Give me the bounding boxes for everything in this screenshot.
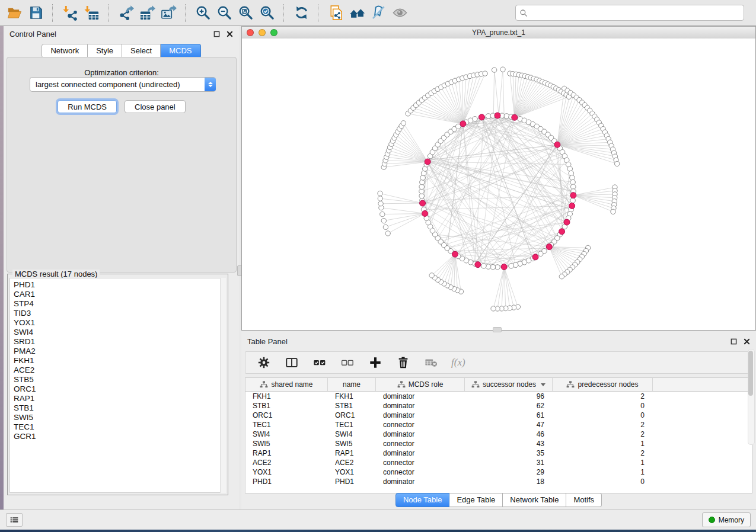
show-columns-button[interactable] [284,355,299,370]
table-row[interactable]: PHD1PHD1dominator180 [245,477,752,486]
table-row[interactable]: ACE2ACE2connector311 [245,458,752,467]
mcds-result-item[interactable]: STB1 [14,403,225,413]
mcds-result-item[interactable]: SWI5 [14,413,225,422]
tab-edge-table[interactable]: Edge Table [449,493,503,507]
search-input[interactable] [530,8,740,18]
mcds-result-item[interactable]: CAR1 [14,290,225,299]
mcds-result-item[interactable]: ORC1 [14,384,225,394]
column-header-MCDS-role[interactable]: MCDS role [376,378,465,391]
save-session-button[interactable] [25,2,46,24]
eye-button[interactable] [389,2,410,24]
create-column-button[interactable] [368,355,383,370]
import-table-button[interactable] [81,2,102,24]
tab-node-table[interactable]: Node Table [395,493,450,507]
delete-column-button[interactable] [395,355,411,370]
horizontal-splitter-handle[interactable] [493,327,502,332]
tab-network[interactable]: Network [42,44,88,58]
table-cell: YOX1 [245,467,328,477]
mcds-result-list[interactable]: PHD1CAR1STP4TID3YOX1SWI4SRD1PMA2FKH1ACE2… [9,278,226,493]
mcds-result-item[interactable]: YOX1 [14,318,225,328]
optimization-criterion-select[interactable]: largest connected component (undirected) [30,77,216,92]
import-network-button[interactable] [59,2,81,24]
run-mcds-button[interactable]: Run MCDS [58,100,117,113]
export-image-button[interactable] [158,2,179,24]
network-graph-canvas[interactable] [242,39,755,330]
table-cell: dominator [376,448,465,458]
table-row[interactable]: SWI5SWI5connector431 [245,439,752,448]
table-row[interactable]: YOX1YOX1connector291 [245,467,752,477]
mcds-result-item[interactable]: TID3 [14,309,225,318]
network-window-titlebar[interactable]: YPA_prune.txt_1 [242,27,755,39]
function-builder-button[interactable]: f(x) [451,355,465,370]
table-cell: dominator [376,392,465,401]
float-table-panel-button[interactable] [730,338,737,345]
memory-button[interactable]: Memory [702,512,751,527]
unselect-all-columns-button[interactable] [340,355,355,370]
table-row[interactable]: TEC1TEC1connector472 [245,420,752,430]
mcds-result-item[interactable]: FKH1 [14,356,225,366]
mcds-list-scrollbar[interactable] [220,278,226,493]
mcds-result-item[interactable]: GCR1 [14,432,225,441]
mcds-result-item[interactable]: ACE2 [14,366,225,375]
mcds-result-item[interactable]: SRD1 [14,337,225,347]
tab-motifs[interactable]: Motifs [566,493,602,507]
table-row[interactable]: FKH1FKH1dominator962 [245,392,752,401]
close-table-panel-button[interactable] [743,338,750,345]
column-header-predecessor-nodes[interactable]: predecessor nodes [553,378,653,391]
column-header-empty [653,378,752,391]
import-network-icon [62,5,78,21]
tab-style[interactable]: Style [88,44,122,58]
homes-button[interactable] [346,2,368,24]
search-box[interactable] [515,5,744,21]
mcds-result-item[interactable]: TEC1 [14,422,225,432]
table-row[interactable]: STB1STB1dominator620 [245,401,752,411]
zoom-in-button[interactable] [192,2,213,24]
network-document-button[interactable] [325,2,346,24]
tab-network-table[interactable]: Network Table [503,493,566,507]
table-row[interactable]: SWI4SWI4dominator462 [245,430,752,439]
mcds-result-item[interactable]: STB5 [14,375,225,384]
table-scrollbar-thumb[interactable] [748,351,753,396]
table-settings-button[interactable] [256,355,272,370]
column-header-shared-name[interactable]: shared name [245,378,328,391]
mcds-result-item[interactable]: STP4 [14,299,225,309]
close-panel-action-button[interactable]: Close panel [125,100,186,113]
task-history-button[interactable] [6,513,23,527]
network-view-window: YPA_prune.txt_1 [241,26,756,331]
select-all-columns-button[interactable] [312,355,327,370]
crossed-flag-button[interactable] [368,2,389,24]
table-row[interactable]: ORC1ORC1dominator610 [245,411,752,420]
zoom-fit-button[interactable] [235,2,256,24]
toolbar-separator [108,4,109,22]
table-cell: RAP1 [328,448,376,458]
open-file-button[interactable] [4,2,25,24]
tab-mcds[interactable]: MCDS [161,44,200,58]
mcds-result-item[interactable]: RAP1 [14,394,225,403]
memory-status-icon [709,517,715,523]
delete-table-button[interactable] [423,355,439,370]
table-cell: 18 [465,477,553,486]
close-panel-button[interactable] [226,30,233,37]
zoom-selected-button[interactable] [256,2,277,24]
table-cell: dominator [376,401,465,411]
mcds-result-item[interactable]: PHD1 [14,280,225,290]
toolbar-group [111,0,183,25]
table-cell: SWI5 [328,439,376,448]
export-table-button[interactable] [136,2,158,24]
mcds-result-item[interactable]: PMA2 [14,347,225,356]
mcds-result-item[interactable]: SWI4 [14,328,225,337]
sort-descending-icon[interactable] [541,383,546,386]
table-cell: ORC1 [245,411,328,420]
refresh-button[interactable] [291,2,312,24]
table-scrollbar[interactable] [748,349,755,445]
float-panel-button[interactable] [213,30,220,37]
table-row[interactable]: RAP1RAP1dominator352 [245,448,752,458]
table-cell: STB1 [245,401,328,411]
column-header-successor-nodes[interactable]: successor nodes [465,378,553,391]
control-panel-titlebar: Control Panel [4,26,239,41]
tab-select[interactable]: Select [122,44,161,58]
export-network-button[interactable] [115,2,136,24]
table-cell: FKH1 [245,392,328,401]
zoom-out-button[interactable] [213,2,235,24]
column-header-name[interactable]: name [328,378,376,391]
